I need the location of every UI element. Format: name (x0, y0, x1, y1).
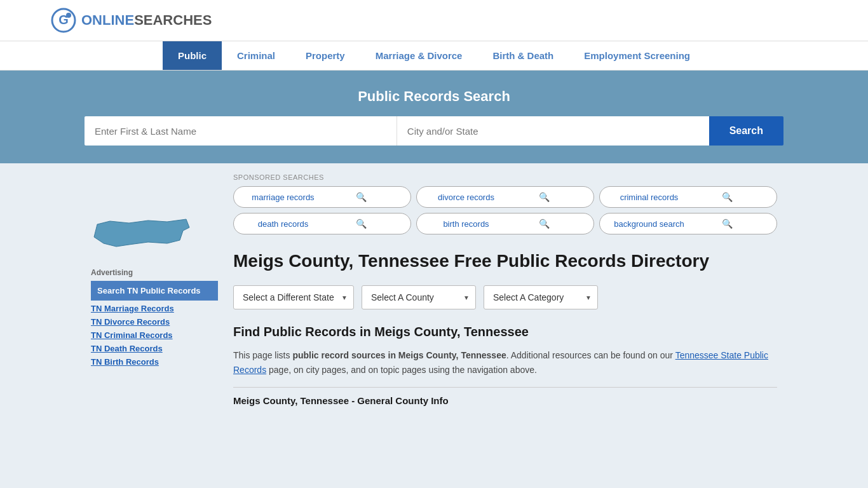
nav-item-public[interactable]: Public (163, 41, 222, 70)
search-bar: Search (85, 116, 783, 146)
nav-item-criminal[interactable]: Criminal (222, 41, 290, 70)
section-title: Find Public Records in Meigs County, Ten… (233, 325, 777, 339)
city-input[interactable] (397, 116, 709, 146)
desc-part3: page, on city pages, and on topic pages … (266, 365, 537, 375)
tag-criminal[interactable]: criminal records 🔍 (599, 186, 777, 208)
tag-background[interactable]: background search 🔍 (599, 213, 777, 234)
tag-marriage-label: marriage records (244, 193, 322, 202)
sponsored-label: SPONSORED SEARCHES (233, 173, 777, 181)
tag-divorce[interactable]: divorce records 🔍 (416, 186, 594, 208)
sidebar-link-marriage[interactable]: TN Marriage Records (91, 302, 218, 315)
county-dropdown[interactable]: Select A County (362, 285, 476, 309)
sidebar: Advertising Search TN Public Records TN … (91, 173, 218, 406)
search-icon-3: 🔍 (688, 192, 766, 202)
state-dropdown[interactable]: Select a Different State (233, 285, 354, 309)
sidebar-link-criminal[interactable]: TN Criminal Records (91, 329, 218, 342)
nav-item-birth[interactable]: Birth & Death (477, 41, 569, 70)
sponsored-tags: marriage records 🔍 divorce records 🔍 cri… (233, 186, 777, 234)
desc-part2: . Additional resources can be found on o… (506, 350, 675, 360)
description: This page lists public record sources in… (233, 348, 777, 377)
tag-marriage[interactable]: marriage records 🔍 (233, 186, 411, 208)
category-dropdown-wrapper[interactable]: Select A Category (484, 285, 598, 309)
sidebar-ad-active[interactable]: Search TN Public Records (91, 281, 218, 301)
logo-icon: G (51, 8, 76, 33)
filter-dropdowns: Select a Different State Select A County… (233, 285, 777, 309)
search-icon-5: 🔍 (505, 219, 583, 229)
logo-searches: SEARCHES (134, 12, 212, 28)
logo-text: ONLINESEARCHES (81, 12, 212, 29)
sidebar-link-divorce[interactable]: TN Divorce Records (91, 315, 218, 329)
logo[interactable]: G ONLINESEARCHES (51, 8, 212, 33)
search-icon-4: 🔍 (322, 219, 400, 229)
hero-section: Public Records Search Search (0, 71, 868, 163)
tag-death-label: death records (244, 219, 322, 229)
main-nav: Public Criminal Property Marriage & Divo… (0, 41, 868, 71)
content-area: SPONSORED SEARCHES marriage records 🔍 di… (233, 173, 777, 406)
sidebar-link-death[interactable]: TN Death Records (91, 342, 218, 355)
search-icon-6: 🔍 (688, 219, 766, 229)
search-button[interactable]: Search (709, 116, 783, 146)
logo-online: ONLINE (81, 12, 134, 28)
tag-background-label: background search (610, 219, 688, 229)
tag-birth[interactable]: birth records 🔍 (416, 213, 594, 234)
tennessee-map-shape (91, 212, 193, 256)
sidebar-ad-label: Advertising (91, 268, 218, 277)
nav-item-marriage[interactable]: Marriage & Divorce (360, 41, 478, 70)
tag-divorce-label: divorce records (427, 193, 505, 202)
nav-item-property[interactable]: Property (290, 41, 360, 70)
name-input[interactable] (85, 116, 397, 146)
desc-bold: public record sources in Meigs County, T… (292, 350, 506, 360)
search-icon-2: 🔍 (505, 192, 583, 202)
main-content: Advertising Search TN Public Records TN … (40, 163, 828, 416)
county-info-heading: Meigs County, Tennessee - General County… (233, 387, 777, 406)
category-dropdown[interactable]: Select A Category (484, 285, 598, 309)
tag-criminal-label: criminal records (610, 193, 688, 202)
sidebar-link-birth[interactable]: TN Birth Records (91, 355, 218, 369)
search-icon-1: 🔍 (322, 192, 400, 202)
state-map (91, 212, 218, 258)
page-title: Meigs County, Tennessee Free Public Reco… (233, 250, 777, 273)
state-dropdown-wrapper[interactable]: Select a Different State (233, 285, 354, 309)
county-dropdown-wrapper[interactable]: Select A County (362, 285, 476, 309)
hero-title: Public Records Search (51, 88, 817, 105)
svg-point-2 (66, 13, 71, 18)
tag-death[interactable]: death records 🔍 (233, 213, 411, 234)
tag-birth-label: birth records (427, 219, 505, 229)
nav-item-employment[interactable]: Employment Screening (569, 41, 705, 70)
desc-part1: This page lists (233, 350, 292, 360)
header: G ONLINESEARCHES (0, 0, 868, 41)
